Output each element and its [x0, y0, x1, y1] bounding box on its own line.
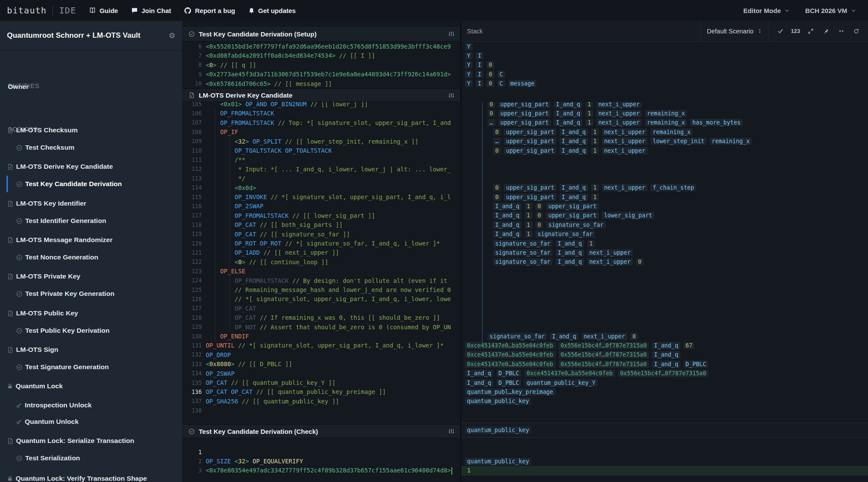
sidebar-item-test-checksum[interactable]: Test Checksum	[0, 141, 182, 154]
vm-select[interactable]: BCH 2026 VM	[805, 7, 856, 14]
stack-item: quantum_public_key	[465, 458, 531, 465]
sidebar-item-test-private-key-generation[interactable]: Test Private Key Generation	[0, 288, 182, 300]
topbar-link-get-updates[interactable]: Get updates	[248, 7, 296, 14]
stack-item: has_more_bytes	[690, 119, 743, 126]
sidebar-item-quantum-lock-verify-transaction-shape[interactable]: Quantum Lock: Verify Transaction Shape	[0, 472, 182, 482]
sidebar-item-test-signature-generation[interactable]: Test Signature Generation	[0, 361, 182, 373]
code-line[interactable]: 137OP_SHA256 // [[ quantum_public_key ]]	[183, 397, 460, 406]
line-number: 125	[183, 287, 202, 293]
code-line[interactable]: 133<0x8080> // [[ D_PBLC ]]	[183, 359, 460, 369]
code-line[interactable]: 132OP_DROP	[183, 350, 460, 360]
code-line[interactable]: 111 /**	[183, 155, 460, 164]
sidebar-item-lm-ots-private-key[interactable]: LM-OTS Private Key	[0, 270, 182, 282]
code-line[interactable]: 10<0x6578616d706c65> // [[ message ]]	[183, 79, 460, 89]
code-line[interactable]: 106 OP_FROMALTSTACK	[183, 108, 460, 118]
reset-icon[interactable]	[851, 26, 862, 37]
test-icon	[16, 254, 23, 261]
code-line[interactable]: 3<0x78e80354e497adc33427779ff52c4f09b328…	[183, 466, 460, 475]
code-line[interactable]: 108 OP_IF	[183, 127, 460, 137]
code-line[interactable]: 125 // Remaining_message_hash and lower_…	[183, 285, 460, 295]
stack-item: signature_so_far	[536, 230, 595, 238]
sidebar-item-lm-ots-message-randomizer[interactable]: LM-OTS Message Randomizer	[0, 234, 182, 246]
code-line[interactable]: 6<0x552015bd3e70f7797fafa92d6aa96eeb1d20…	[183, 42, 460, 51]
code-line[interactable]: 110 OP_TOALTSTACK OP_TOALTSTACK	[183, 146, 460, 155]
topbar-link-guide[interactable]: Guide	[89, 7, 118, 14]
sidebar-item-lm-ots-public-key[interactable]: LM-OTS Public Key	[0, 307, 182, 319]
sidebar-item-test-key-candidate-derivation[interactable]: Test Key Candidate Derivation	[0, 178, 182, 190]
scenario-select[interactable]: Default Scenario	[700, 21, 769, 41]
code-line[interactable]: 130 OP_ENDIF	[183, 331, 460, 341]
check-icon[interactable]	[775, 26, 786, 37]
code-line[interactable]: 121 OP_1ADD // [[ next_i_upper ]]	[183, 248, 460, 257]
code-line[interactable]: 112 * Input: *[ ... I_and_q, i_lower, lo…	[183, 164, 460, 174]
gear-icon[interactable]: ⚙	[169, 31, 175, 40]
code-line[interactable]: 135OP_CAT // [[ quantum_public_key_Y ]]	[183, 378, 460, 387]
code-line[interactable]: 113 */	[183, 174, 460, 183]
stack-row: 0upper_sig_partI_and_q1next_i_upperremai…	[461, 108, 868, 118]
script-settings-icon[interactable]	[448, 31, 454, 37]
code-line[interactable]: 129 OP_NOT // Assert that should_be_zero…	[183, 322, 460, 332]
code-line[interactable]: 127 OP_CAT	[183, 304, 460, 313]
step-count[interactable]: 123	[790, 26, 801, 37]
code-line[interactable]: 128 OP_CAT // If remaining_x was 0, this…	[183, 313, 460, 322]
code-line[interactable]: 138	[183, 406, 460, 415]
code-line[interactable]: 114 <0x0d>	[183, 183, 460, 193]
dots-icon[interactable]	[835, 26, 847, 37]
script-settings-icon[interactable]	[448, 428, 454, 434]
panel-title: Test Key Candidate Derivation (Check)	[199, 428, 318, 435]
stack-item: next_i_upper	[582, 333, 627, 340]
script-settings-icon[interactable]	[448, 92, 454, 98]
stack-item: I_and_q	[554, 119, 582, 126]
test-icon	[16, 181, 23, 187]
code-line[interactable]: 2OP_SIZE <32> OP_EQUALVERIFY	[183, 456, 460, 466]
code-line[interactable]: 131OP_UNTIL // *[ signature_slot, upper_…	[183, 341, 460, 350]
sidebar-item-test-public-key-derivation[interactable]: Test Public Key Derivation	[0, 325, 182, 337]
code-text: <0x8080> // [[ D_PBLC ]]	[206, 361, 292, 367]
sidebar-item-lm-ots-checksum[interactable]: LM-OTS Checksum	[0, 124, 182, 136]
stack-item: 0xce451437e0…ba55e04c0feb	[465, 342, 556, 349]
sidebar-item-test-serialization[interactable]: Test Serialization	[0, 452, 182, 464]
test-icon	[16, 328, 23, 334]
topbar-link-report-a-bug[interactable]: Report a bug	[184, 7, 235, 14]
code-line[interactable]: 9<0x2773ae45f3d3a711b3067d51f539eb7c1e9e…	[183, 69, 460, 79]
code-line[interactable]: 109 <32> OP_SPLIT // [[ lower_step_init,…	[183, 137, 460, 146]
code-line[interactable]: 134OP_2SWAP	[183, 369, 460, 378]
stack-item: remaining_x	[651, 128, 693, 136]
sidebar-item-test-nonce-generation[interactable]: Test Nonce Generation	[0, 251, 182, 263]
stack-row: signature_so_farI_and_q1	[461, 239, 868, 248]
expand-icon[interactable]	[805, 26, 816, 37]
code-line[interactable]: 119 OP_CAT // [[ signature_so_far ]]	[183, 230, 460, 239]
line-number: 1	[183, 449, 202, 456]
pin-icon[interactable]	[820, 26, 832, 37]
code-line[interactable]: 1	[183, 447, 460, 457]
code-line[interactable]: 123 OP_ELSE	[183, 266, 460, 276]
code-line[interactable]: 8<0> // [[ q ]]	[183, 60, 460, 70]
topbar-link-join-chat[interactable]: Join Chat	[131, 7, 171, 14]
stack-item: I_and_q	[559, 147, 588, 154]
sidebar-item-introspection-unlock[interactable]: Introspection Unlock	[0, 399, 182, 411]
stack-item: next_i_upper	[602, 184, 648, 191]
code-line[interactable]: 107 OP_FROMALTSTACK // Top: *[ signature…	[183, 118, 460, 128]
sidebar-item-quantum-lock[interactable]: Quantum Lock	[0, 380, 182, 392]
editor-mode-select[interactable]: Editor Mode	[743, 7, 790, 14]
code-line[interactable]: 7<0xd08fabd4a2091ff0a8cb4ed834e74534> //…	[183, 51, 460, 60]
code-line[interactable]: 122 <0> // [[ continue_loop ]]	[183, 257, 460, 267]
code-line[interactable]: 120 OP_ROT OP_ROT // *[ signature_so_far…	[183, 239, 460, 248]
code-line[interactable]: 118 OP_CAT // [[ both_sig_parts ]]	[183, 220, 460, 230]
sidebar-item-lm-ots-sign[interactable]: LM-OTS Sign	[0, 344, 182, 356]
sidebar-item-quantum-lock-serialize-transaction[interactable]: Quantum Lock: Serialize Transaction	[0, 435, 182, 447]
sidebar-item-lm-ots-key-identifier[interactable]: LM-OTS Key Identifier	[0, 197, 182, 210]
sidebar-item-test-identifier-generation[interactable]: Test Identifier Generation	[0, 215, 182, 227]
code-line[interactable]: 117 OP_FROMALTSTACK // [[ lower_sig_part…	[183, 211, 460, 220]
stack-item: 0xce451437e0…ba55e04c0feb	[465, 351, 556, 358]
code-line[interactable]: 136OP_CAT OP_CAT // [[ quantum_public_ke…	[183, 387, 460, 397]
code-text: // *[ signature_slot, upper_sig_part, I_…	[206, 295, 451, 302]
code-line[interactable]: 124 OP_FROMALTSTACK // By design: don't …	[183, 276, 460, 285]
code-line[interactable]: 116 OP_2SWAP	[183, 201, 460, 211]
bitauth-logo[interactable]: bitauth IDE	[0, 5, 76, 16]
code-line[interactable]: 126 // *[ signature_slot, upper_sig_part…	[183, 294, 460, 304]
sidebar-item-lm-ots-derive-key-candidate[interactable]: LM-OTS Derive Key Candidate	[0, 161, 182, 173]
sidebar-item-owner[interactable]: Owner	[0, 81, 182, 93]
code-line[interactable]: 115 OP_INVOKE // *[ signature_slot, uppe…	[183, 192, 460, 202]
sidebar-item-quantum-unlock[interactable]: Quantum Unlock	[0, 416, 182, 428]
